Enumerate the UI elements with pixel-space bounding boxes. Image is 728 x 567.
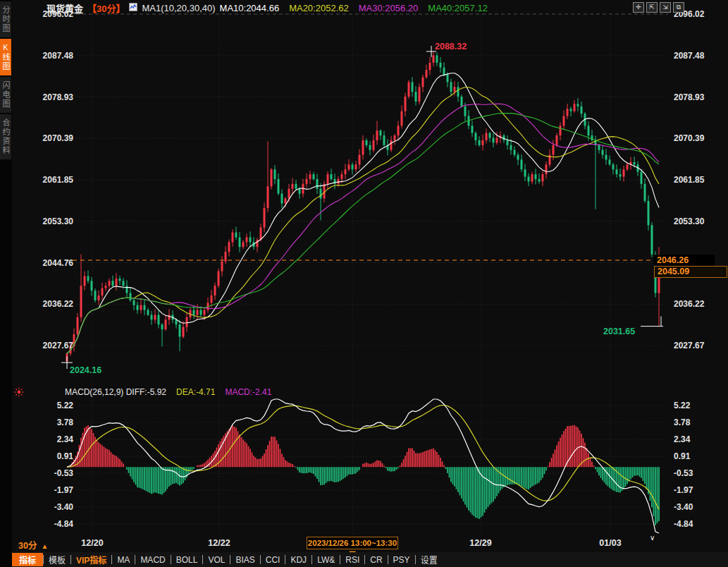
toolbar-item-15[interactable]: 设置 — [416, 553, 443, 566]
price-axis-label-r-3: 2070.39 — [674, 133, 726, 144]
cursor-position-icon: ∨ — [650, 534, 655, 542]
toolbar-item-9[interactable]: CCI — [261, 554, 285, 566]
price-axis-label-r-4: 2061.85 — [674, 174, 726, 185]
price-axis-label-l-6: 2044.76 — [21, 257, 73, 269]
toolbar-item-8[interactable]: BIAS — [230, 554, 259, 566]
toolbar-item-1[interactable]: 指标 — [12, 553, 43, 566]
macd-axis-label-l-5: -1.97 — [21, 484, 73, 496]
macd-axis-label-r-0: 5.22 — [674, 400, 726, 411]
price-axis-label-l-5: 2053.30 — [21, 216, 73, 227]
sidebar-tab-3[interactable]: 闪电图 — [0, 77, 11, 113]
indicator-blink-icon[interactable] — [14, 387, 24, 400]
macd-axis-label-l-7: -4.84 — [21, 518, 73, 530]
ma-value-2: MA20:2052.62 — [289, 3, 349, 13]
price-axis-label-l-7: 2036.22 — [21, 298, 73, 310]
macd-title: MACD(26,12,9) DIFF:-5.92 — [65, 387, 166, 397]
chart-window-buttons: ✛⇱⇲⧉ — [633, 2, 684, 13]
toolbar-item-14[interactable]: PSY — [388, 554, 415, 566]
sidebar-tab-2[interactable]: K线图 — [0, 39, 11, 75]
symbol-name: 现货黄金 — [47, 1, 83, 15]
macd-axis-label-l-3: 0.91 — [21, 451, 73, 462]
last-price-box: 2046.26 — [654, 255, 715, 266]
ma-value-1: MA10:2044.66 — [220, 3, 280, 13]
sidebar-tab-1[interactable]: 分时图 — [0, 1, 11, 37]
period-dropdown[interactable]: 30分▲ — [18, 538, 48, 551]
caret-up-icon: ▲ — [41, 542, 48, 550]
macd-axis-label-r-2: 2.34 — [674, 434, 726, 445]
price-axis-label-r-5: 2053.30 — [674, 216, 726, 227]
macd-axis-label-r-4: -0.53 — [674, 468, 726, 479]
price-axis-label-l-8: 2027.67 — [21, 340, 73, 351]
chart-header: 现货黄金 【30分】 MA1(10,20,30,40) MA10:2044.66… — [47, 2, 488, 13]
macd-axis-label-l-4: -0.53 — [21, 468, 73, 479]
toolbar-item-11[interactable]: LW& — [312, 554, 340, 566]
period-label: 【30分】 — [87, 1, 125, 15]
price-axis-label-l-2: 2078.93 — [21, 92, 73, 103]
macd-axis-label-l-2: 2.34 — [21, 434, 73, 445]
ma-value-4: MA40:2057.12 — [428, 3, 488, 13]
macd-axis-label-l-0: 5.22 — [21, 400, 73, 411]
macd-axis-label-r-7: -4.84 — [674, 518, 726, 530]
period-low-label: 2024.16 — [70, 365, 101, 375]
date-label-12-29: 12/29 — [452, 538, 509, 548]
toolbar-item-5[interactable]: MACD — [135, 554, 170, 566]
price-axis-label-r-8: 2027.67 — [674, 340, 726, 351]
toolbar-item-10[interactable]: KDJ — [285, 554, 311, 566]
price-axis-label-r-1: 2087.48 — [674, 50, 726, 61]
selected-bar-time-box: 2023/12/26 13:00~13:30 二 — [307, 537, 398, 549]
zoom-in-icon[interactable]: ⇱ — [646, 2, 658, 13]
toolbar-item-13[interactable]: CR — [365, 554, 387, 566]
pan-crosshair-icon[interactable]: ✛ — [633, 2, 644, 13]
toolbar-item-12[interactable]: RSI — [340, 554, 364, 566]
macd-axis-label-l-1: 3.78 — [21, 417, 73, 428]
toolbar-item-7[interactable]: VOL — [203, 554, 230, 566]
chart-type-icon — [129, 3, 137, 13]
time-axis: 30分▲ ∨ 12/2012/222023/12/26 13:00~13:30 … — [12, 536, 728, 552]
macd-macd-value: MACD:-2.41 — [225, 387, 271, 397]
price-axis-label-l-4: 2061.85 — [21, 174, 73, 185]
price-axis-label-l-1: 2087.48 — [21, 50, 73, 61]
macd-header: MACD(26,12,9) DIFF:-5.92 DEA:-4.71 MACD:… — [65, 387, 271, 397]
export-chart-icon[interactable]: ⧉ — [673, 2, 684, 13]
toolbar-item-4[interactable]: MA — [112, 554, 135, 566]
kline-chart-canvas[interactable] — [0, 0, 728, 567]
indicator-toolbar: 指标模板VIP指标MAMACDBOLLVOLBIASCCIKDJLW&RSICR… — [12, 552, 728, 567]
ma-values: MA10:2044.66MA20:2052.62MA30:2056.20MA40… — [220, 3, 488, 13]
date-label-01-03: 01/03 — [582, 538, 638, 548]
macd-axis-label-r-5: -1.97 — [674, 484, 726, 496]
sidebar: 分时图K线图闪电图合约资料 — [0, 0, 12, 567]
sidebar-tab-4[interactable]: 合约资料 — [0, 114, 11, 159]
date-label-12-22: 12/22 — [191, 538, 247, 548]
zoom-out-icon[interactable]: ⇲ — [660, 2, 671, 13]
prev-price-box: 2045.09 — [654, 266, 727, 278]
toolbar-item-2[interactable]: 模板 — [44, 553, 70, 566]
price-axis-label-r-7: 2036.22 — [674, 298, 726, 310]
ma-settings: MA1(10,20,30,40) — [142, 3, 215, 13]
macd-axis-label-r-6: -3.40 — [674, 501, 726, 513]
macd-axis-label-r-3: 0.91 — [674, 451, 726, 462]
macd-dea-value: DEA:-4.71 — [176, 387, 215, 397]
kline-app: 分时图K线图闪电图合约资料 现货黄金 【30分】 MA1(10,20,30,40… — [0, 0, 728, 567]
macd-axis-label-r-1: 3.78 — [674, 417, 726, 428]
toolbar-item-3[interactable]: VIP指标 — [71, 553, 111, 566]
ma-value-3: MA30:2056.20 — [359, 3, 419, 13]
price-axis-label-l-3: 2070.39 — [21, 133, 73, 144]
recent-low-label: 2031.65 — [603, 327, 635, 336]
period-high-label: 2088.32 — [435, 42, 467, 51]
period-dropdown-label: 30分 — [18, 541, 37, 551]
macd-axis-label-l-6: -3.40 — [21, 501, 73, 513]
price-axis-label-r-2: 2078.93 — [674, 92, 726, 103]
date-label-12-20: 12/20 — [64, 538, 121, 548]
toolbar-item-6[interactable]: BOLL — [171, 554, 203, 566]
